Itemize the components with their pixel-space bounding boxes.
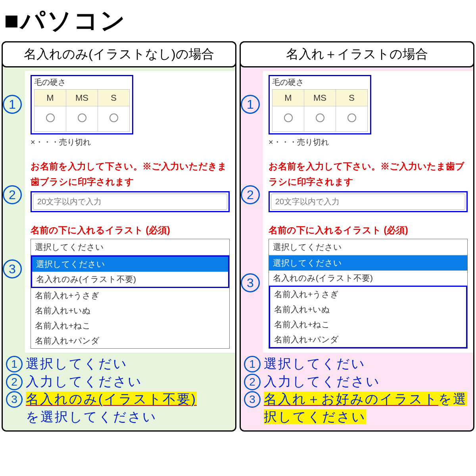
page-title: ■パソコン: [0, 0, 476, 41]
illustration-label: 名前の下に入れるイラスト (必須): [31, 224, 230, 236]
dropdown-option[interactable]: 名前入れ+パンダ: [270, 332, 466, 347]
instruction-3: 名入れ＋お好みのイラストを選択してください: [264, 390, 472, 426]
step-badge-3: 3: [3, 259, 22, 278]
hardness-radio-s[interactable]: [336, 106, 368, 132]
right-column: 名入れ＋イラストの場合 1 2 3 毛の硬さ M MS S: [240, 41, 474, 432]
hardness-radio-s[interactable]: [98, 106, 130, 132]
hardness-radio-m[interactable]: [273, 106, 304, 132]
dropdown-option[interactable]: 名前入れ+いぬ: [270, 302, 466, 317]
dropdown-option[interactable]: 名前入れ+うさぎ: [270, 287, 466, 302]
hardness-frame: 毛の硬さ M MS S: [31, 75, 133, 134]
hardness-col-m: M: [35, 90, 66, 106]
name-input[interactable]: [33, 194, 227, 210]
instruction-2: 入力してください: [264, 373, 472, 391]
name-instruction: お名前を入力して下さい。※ご入力いただきま歯ブラシに印字されます: [31, 159, 230, 190]
hardness-col-ms: MS: [66, 90, 98, 106]
instruction-badge-1: 1: [6, 356, 23, 372]
dropdown-option[interactable]: 名前入れ+ねこ: [270, 317, 466, 332]
name-instruction: お名前を入力して下さい。※ご入力いたま歯ブラシに印字されます: [269, 159, 468, 190]
left-column-header: 名入れのみ(イラストなし)の場合: [2, 41, 236, 67]
hardness-radio-m[interactable]: [35, 106, 66, 132]
step-badge-2: 2: [3, 185, 22, 204]
bottom-instructions: 1 選択してくだい 2 入力してください 3 名入れ＋お好みのイラストを選択して…: [241, 353, 473, 429]
instruction-3-tail: を選択してください: [26, 409, 157, 424]
dropdown-option[interactable]: 選択してください: [269, 255, 467, 271]
instruction-3-highlight: 名入れ＋お好みのイラスト: [264, 392, 438, 406]
instruction-1: 選択してくだい: [26, 355, 234, 373]
dropdown-highlight-frame: 選択してください 名入れのみ(イラスト不要): [31, 255, 229, 288]
illustration-dropdown[interactable]: 選択してください 選択してください 名入れのみ(イラスト不要) 名前入れ+うさぎ…: [269, 239, 468, 349]
bottom-instructions: 1 選択してくだい 2 入力してください 3 名入れのみ(イラスト不要)を選択し…: [3, 353, 235, 429]
hardness-radio-ms[interactable]: [66, 106, 98, 132]
dropdown-option[interactable]: 名前入れ+パンダ: [31, 333, 229, 348]
dropdown-highlight-frame: 名前入れ+うさぎ 名前入れ+いぬ 名前入れ+ねこ 名前入れ+パンダ: [269, 286, 467, 348]
name-input[interactable]: [271, 194, 465, 210]
dropdown-option[interactable]: 名入れのみ(イラスト不要): [32, 272, 228, 287]
step-badge-3: 3: [241, 273, 260, 292]
step-badge-2: 2: [241, 185, 260, 204]
right-column-header: 名入れ＋イラストの場合: [240, 41, 474, 67]
hardness-col-s: S: [336, 90, 368, 106]
dropdown-option[interactable]: 名前入れ+うさぎ: [31, 288, 229, 303]
hardness-table: M MS S: [34, 89, 130, 132]
instruction-badge-3: 3: [244, 391, 261, 408]
dropdown-selected[interactable]: 選択してください: [269, 239, 467, 255]
instruction-2: 入力してください: [26, 373, 234, 391]
hardness-label: 毛の硬さ: [272, 77, 368, 88]
instruction-3: 名入れのみ(イラスト不要)を選択してください: [26, 390, 234, 426]
dropdown-option[interactable]: 名前入れ+ねこ: [31, 318, 229, 333]
step-badge-1: 1: [3, 95, 22, 114]
hardness-col-ms: MS: [304, 90, 336, 106]
step-badge-1: 1: [241, 95, 260, 114]
dropdown-option[interactable]: 名前入れ+いぬ: [31, 303, 229, 318]
left-column: 名入れのみ(イラストなし)の場合 1 2 3 毛の硬さ M MS S: [2, 41, 236, 432]
dropdown-option[interactable]: 名入れのみ(イラスト不要): [269, 271, 467, 286]
illustration-dropdown[interactable]: 選択してください 選択してください 名入れのみ(イラスト不要) 名前入れ+うさぎ…: [31, 239, 230, 349]
hardness-frame: 毛の硬さ M MS S: [269, 75, 371, 134]
instruction-1: 選択してくだい: [264, 355, 472, 373]
soldout-note: ×・・・売り切れ: [269, 137, 468, 148]
hardness-table: M MS S: [272, 89, 368, 132]
dropdown-selected[interactable]: 選択してください: [31, 239, 229, 255]
hardness-radio-ms[interactable]: [304, 106, 336, 132]
hardness-col-m: M: [273, 90, 304, 106]
hardness-col-s: S: [98, 90, 130, 106]
soldout-note: ×・・・売り切れ: [31, 137, 230, 148]
hardness-label: 毛の硬さ: [34, 77, 130, 88]
name-input-frame: [31, 191, 230, 212]
dropdown-option[interactable]: 選択してください: [32, 257, 228, 272]
instruction-badge-1: 1: [244, 356, 261, 372]
instruction-3-highlight: 名入れのみ(イラスト不要): [26, 392, 197, 406]
illustration-label: 名前の下に入れるイラスト (必須): [269, 224, 468, 236]
instruction-badge-2: 2: [6, 374, 23, 390]
instruction-badge-2: 2: [244, 374, 261, 390]
instruction-badge-3: 3: [6, 391, 23, 408]
name-input-frame: [269, 191, 468, 212]
